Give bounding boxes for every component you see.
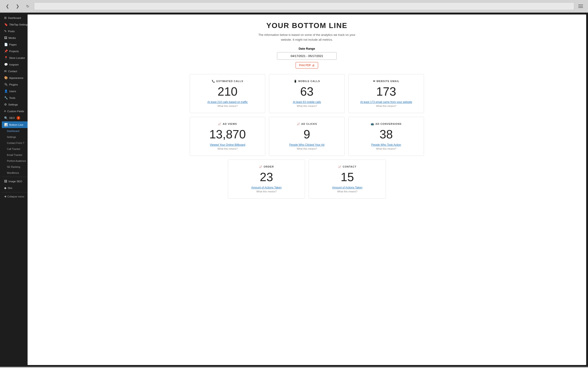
metric-card-ad-clicks: 📈 AD CLICKS 9 People Who Clicked Your Ad… [269, 117, 345, 156]
pages-icon: 📄 [4, 43, 8, 46]
metrics-row-3: 📈 ORDER 23 Amount of Actions Taken What … [228, 159, 386, 199]
sidebar-item-store-locator[interactable]: 📍 Store Locator [2, 55, 27, 61]
sidebar-item-label: Pages [9, 43, 17, 46]
metric-what-ad-clicks[interactable]: What this means? [274, 147, 340, 150]
metric-desc-mobile-calls[interactable]: At least 63 mobile calls [274, 101, 340, 104]
metric-header-order: 📈 ORDER [233, 165, 300, 168]
metric-header-contact: 📈 CONTACT [313, 165, 381, 168]
metric-desc-ad-clicks[interactable]: People Who Clicked Your Ad [274, 143, 340, 147]
sidebar-item-custom-fields[interactable]: ≡ Custom Fields [2, 108, 27, 114]
sidebar-item-label: Divi [8, 187, 12, 189]
sidebar-item-settings[interactable]: ⚙ Settings [2, 101, 27, 108]
sidebar-item-label: Store Locator [9, 56, 25, 59]
sidebar-item-label: Posts [8, 30, 15, 33]
users-icon: 👤 [4, 89, 8, 93]
sidebar-item-titletap[interactable]: 🔖 TitleTap Settings [2, 21, 27, 28]
metric-value-order: 23 [233, 171, 300, 184]
page-content-wrapper: YOUR BOTTOM LINE The information below i… [180, 14, 433, 209]
submenu-item-settings[interactable]: Settings [2, 134, 27, 140]
browser-menu-button[interactable] [577, 2, 584, 10]
icegram-icon: 💬 [4, 63, 8, 66]
metric-value-website-email: 173 [353, 85, 419, 98]
image-seo-icon: 🖼 [4, 180, 7, 183]
divi-icon: ◆ [4, 186, 6, 190]
back-button[interactable]: ❮ [4, 2, 11, 10]
url-bar[interactable] [34, 2, 574, 10]
sidebar-item-tools[interactable]: 🔧 Tools [2, 94, 27, 101]
sidebar-item-users[interactable]: 👤 Users [2, 88, 27, 94]
phone-icon: 📞 [212, 80, 215, 83]
email-icon: ✉ [373, 80, 375, 83]
sidebar-item-label: Plugins [9, 83, 18, 86]
metric-what-order[interactable]: What this means? [233, 190, 300, 193]
sidebar-item-image-seo[interactable]: 🖼 Image SEO [2, 178, 27, 184]
metric-desc-contact[interactable]: Amount of Actions Taken [313, 186, 381, 189]
sidebar-item-appearance[interactable]: 🎨 Appearance [2, 74, 27, 81]
metric-header-ad-clicks: 📈 AD CLICKS [274, 122, 340, 126]
metric-desc-estimated-calls[interactable]: At least 210 calls based on traffic [195, 101, 260, 104]
sidebar-item-label: Icegram [9, 63, 19, 66]
sidebar-item-label: Dashboard [8, 17, 21, 19]
metric-card-website-email: ✉ WEBSITE EMAIL 173 At least 173 email c… [348, 74, 424, 113]
metric-desc-order[interactable]: Amount of Actions Taken [233, 186, 300, 189]
sidebar-item-contact[interactable]: ✉ Contact [2, 68, 27, 74]
contact-metric-icon: 📈 [338, 165, 342, 168]
seo-badge: 3 [17, 116, 20, 120]
page-title: YOUR BOTTOM LINE [190, 21, 424, 30]
metric-what-website-email[interactable]: What this means? [353, 105, 419, 107]
sidebar-item-plugins[interactable]: 🔌 Plugins [2, 81, 27, 88]
metric-header-ad-conversions: 📺 AD CONVERSIONS [353, 122, 419, 126]
submenu-item-se-ranking[interactable]: SE Ranking [2, 164, 27, 170]
subtitle-line1: The information below is based on some o… [258, 33, 356, 37]
sidebar-item-posts[interactable]: ✎ Posts [2, 28, 27, 35]
metric-what-ad-views[interactable]: What this means? [195, 147, 260, 150]
date-range-input[interactable] [277, 52, 337, 60]
submenu-label: Perfect Audience [7, 159, 26, 162]
metric-header-ad-views: 📈 AD VIEWS [195, 122, 260, 126]
metrics-row-2: 📈 AD VIEWS 13,870 Viewed Your Online Bil… [190, 117, 424, 156]
metric-what-ad-conversions[interactable]: What this means? [353, 147, 419, 150]
sidebar-item-projects[interactable]: 📌 Projects [2, 48, 27, 55]
metric-desc-website-email[interactable]: At least 173 email came from your websit… [353, 101, 419, 104]
dashboard-icon: ⊞ [4, 16, 7, 19]
forward-button[interactable]: ❯ [14, 2, 21, 10]
submenu-item-wordfence[interactable]: Wordfence [2, 170, 27, 176]
submenu-item-contact-form-7[interactable]: Contact Form 7 [2, 140, 27, 146]
metric-what-mobile-calls[interactable]: What this means? [274, 105, 340, 107]
sidebar-item-divi[interactable]: ◆ Divi [2, 184, 27, 191]
sidebar-item-dashboard[interactable]: ⊞ Dashboard [2, 14, 27, 21]
bottom-line-submenu: Dashboard Settings Contact Form 7 Call T… [2, 128, 27, 176]
reload-button[interactable]: ↻ [24, 2, 31, 10]
metric-what-contact[interactable]: What this means? [313, 190, 381, 193]
metric-header-mobile-calls: 📱 MOBILE CALLS [274, 80, 340, 83]
print-icon: 🖨 [312, 64, 315, 67]
submenu-item-dashboard[interactable]: Dashboard [2, 128, 27, 134]
submenu-label: Contact Form 7 [7, 142, 24, 144]
metric-desc-ad-conversions[interactable]: People Who Took Action [353, 143, 419, 147]
submenu-item-call-tracker[interactable]: Call Tracker [2, 146, 27, 152]
sidebar-item-pages[interactable]: 📄 Pages [2, 41, 27, 48]
submenu-label: SE Ranking [7, 166, 20, 168]
metric-what-estimated-calls[interactable]: What this means? [195, 105, 260, 107]
sidebar-item-icegram[interactable]: 💬 Icegram [2, 61, 27, 68]
sidebar-divider [2, 177, 27, 177]
sidebar-item-seo[interactable]: 🔍 SEO 3 [2, 114, 27, 121]
metric-desc-ad-views[interactable]: Viewed Your Online Billboard [195, 143, 260, 147]
tools-icon: 🔧 [4, 96, 8, 100]
collapse-menu-item[interactable]: ◀ Collapse menu [2, 193, 27, 200]
submenu-item-email-tracker[interactable]: Email Tracker [2, 152, 27, 158]
submenu-item-perfect-audience[interactable]: Perfect Audience [2, 158, 27, 164]
metric-value-ad-views: 13,870 [195, 128, 260, 141]
sidebar-item-label: Custom Fields [7, 110, 24, 113]
metric-card-ad-views: 📈 AD VIEWS 13,870 Viewed Your Online Bil… [190, 117, 265, 156]
bottom-line-icon: 📊 [4, 123, 8, 126]
date-range-section: Date Range Print PDF 🖨 [190, 47, 424, 68]
sidebar-item-label: Bottom Line [9, 123, 23, 126]
sidebar-item-media[interactable]: 🖼 Media [2, 35, 27, 41]
sidebar-item-bottom-line[interactable]: 📊 Bottom Line [2, 121, 27, 128]
sidebar-item-label: Settings [8, 103, 18, 106]
submenu-label: Dashboard [7, 130, 19, 132]
print-pdf-button[interactable]: Print PDF 🖨 [296, 62, 318, 68]
date-range-label: Date Range [190, 47, 424, 50]
metrics-row-1: 📞 ESTIMATED CALLS 210 At least 210 calls… [190, 74, 424, 113]
